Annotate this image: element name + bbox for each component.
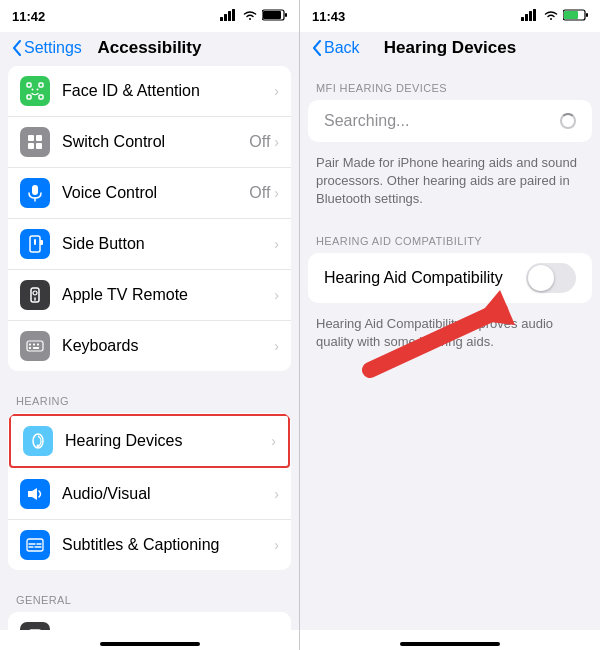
guided-access-label: Guided Access <box>62 628 249 630</box>
face-id-label: Face ID & Attention <box>62 82 274 100</box>
settings-item-voice-control[interactable]: Voice Control Off › <box>8 168 291 219</box>
svg-rect-35 <box>27 539 43 551</box>
right-time: 11:43 <box>312 9 345 24</box>
settings-item-face-id[interactable]: Face ID & Attention › <box>8 66 291 117</box>
right-panel: 11:43 Back Hearing Devices MFI HEARING D… <box>300 0 600 650</box>
mfi-section-label: MFI HEARING DEVICES <box>300 66 600 100</box>
settings-item-guided-access[interactable]: Guided Access Off › <box>8 612 291 630</box>
settings-item-apple-tv[interactable]: Apple TV Remote › <box>8 270 291 321</box>
settings-item-keyboards[interactable]: Keyboards › <box>8 321 291 371</box>
apple-tv-icon <box>20 280 50 310</box>
svg-rect-45 <box>521 17 524 21</box>
audio-visual-icon <box>20 479 50 509</box>
searching-text: Searching... <box>324 112 409 130</box>
settings-back-label: Settings <box>24 39 82 57</box>
subtitles-label: Subtitles & Captioning <box>62 536 274 554</box>
svg-rect-29 <box>29 347 31 349</box>
mfi-group: Searching... <box>308 100 592 142</box>
svg-rect-3 <box>232 9 235 21</box>
svg-rect-17 <box>32 185 38 195</box>
settings-item-audio-visual[interactable]: Audio/Visual › <box>8 469 291 520</box>
hearing-aid-compat-toggle[interactable] <box>526 263 576 293</box>
voice-control-chevron: › <box>274 185 279 201</box>
svg-rect-26 <box>33 344 35 346</box>
right-home-bar <box>400 642 500 646</box>
guided-access-icon <box>20 622 50 630</box>
settings-back-button[interactable]: Settings <box>12 39 82 57</box>
guided-access-chevron: › <box>274 629 279 630</box>
right-nav-bar: Back Hearing Devices <box>300 32 600 66</box>
settings-item-switch-control[interactable]: Switch Control Off › <box>8 117 291 168</box>
svg-rect-13 <box>28 135 34 141</box>
voice-control-label: Voice Control <box>62 184 249 202</box>
right-content: MFI HEARING DEVICES Searching... Pair Ma… <box>300 66 600 630</box>
side-button-chevron: › <box>274 236 279 252</box>
hearing-back-button[interactable]: Back <box>312 39 360 57</box>
svg-point-11 <box>32 89 34 91</box>
audio-visual-label: Audio/Visual <box>62 485 274 503</box>
battery-icon <box>262 9 287 23</box>
svg-rect-8 <box>39 83 43 87</box>
switch-control-label: Switch Control <box>62 133 249 151</box>
settings-item-side-button[interactable]: Side Button › <box>8 219 291 270</box>
general-section-header: GENERAL <box>0 578 299 612</box>
apple-tv-label: Apple TV Remote <box>62 286 274 304</box>
svg-point-34 <box>37 445 40 448</box>
svg-rect-7 <box>27 83 31 87</box>
subtitles-icon <box>20 530 50 560</box>
wifi-icon <box>242 9 258 23</box>
svg-rect-46 <box>525 14 528 21</box>
side-button-icon <box>20 229 50 259</box>
hearing-back-label: Back <box>324 39 360 57</box>
hearing-section-header: HEARING <box>0 379 299 413</box>
svg-rect-25 <box>29 344 31 346</box>
hearing-devices-chevron: › <box>271 433 276 449</box>
audio-visual-chevron: › <box>274 486 279 502</box>
general-group: Guided Access Off › Accessibility Shortc… <box>8 612 291 630</box>
hearing-group: Hearing Devices › Audio/Visual › <box>8 413 291 570</box>
left-time: 11:42 <box>12 9 45 24</box>
guided-access-value: Off <box>249 628 270 630</box>
svg-rect-15 <box>28 143 34 149</box>
left-home-bar <box>100 642 200 646</box>
svg-point-22 <box>33 291 37 295</box>
hearing-devices-icon <box>23 426 53 456</box>
svg-rect-6 <box>285 13 287 17</box>
svg-rect-16 <box>36 143 42 149</box>
keyboards-icon <box>20 331 50 361</box>
compat-section-label: HEARING AID COMPATIBILITY <box>300 219 600 253</box>
switch-control-value: Off <box>249 133 270 151</box>
compat-group: Hearing Aid Compatibility <box>308 253 592 303</box>
svg-rect-50 <box>564 11 578 19</box>
right-signal-icon <box>521 9 539 23</box>
svg-rect-2 <box>228 11 231 21</box>
svg-rect-27 <box>37 344 39 346</box>
signal-icon <box>220 9 238 23</box>
svg-rect-48 <box>533 9 536 21</box>
settings-item-hearing-devices[interactable]: Hearing Devices › <box>9 414 290 468</box>
svg-rect-10 <box>39 95 43 99</box>
settings-item-subtitles[interactable]: Subtitles & Captioning › <box>8 520 291 570</box>
right-home-indicator <box>300 630 600 650</box>
keyboards-chevron: › <box>274 338 279 354</box>
searching-row: Searching... <box>308 100 592 142</box>
svg-rect-47 <box>529 11 532 21</box>
left-nav-bar: Settings Accessibility <box>0 32 299 66</box>
svg-rect-9 <box>27 95 31 99</box>
svg-rect-30 <box>33 347 39 349</box>
loading-spinner <box>560 113 576 129</box>
face-id-chevron: › <box>274 83 279 99</box>
voice-control-icon <box>20 178 50 208</box>
right-nav-title: Hearing Devices <box>384 38 516 58</box>
mfi-description: Pair Made for iPhone hearing aids and so… <box>300 146 600 219</box>
svg-rect-20 <box>40 240 43 245</box>
left-status-icons <box>220 9 287 23</box>
svg-rect-5 <box>263 11 281 19</box>
apple-tv-chevron: › <box>274 287 279 303</box>
hearing-aid-compat-row: Hearing Aid Compatibility <box>308 253 592 303</box>
svg-point-12 <box>37 89 39 91</box>
svg-rect-24 <box>27 341 43 351</box>
side-button-label: Side Button <box>62 235 274 253</box>
right-status-bar: 11:43 <box>300 0 600 32</box>
settings-list: Face ID & Attention › Switch Control Off… <box>0 66 299 630</box>
